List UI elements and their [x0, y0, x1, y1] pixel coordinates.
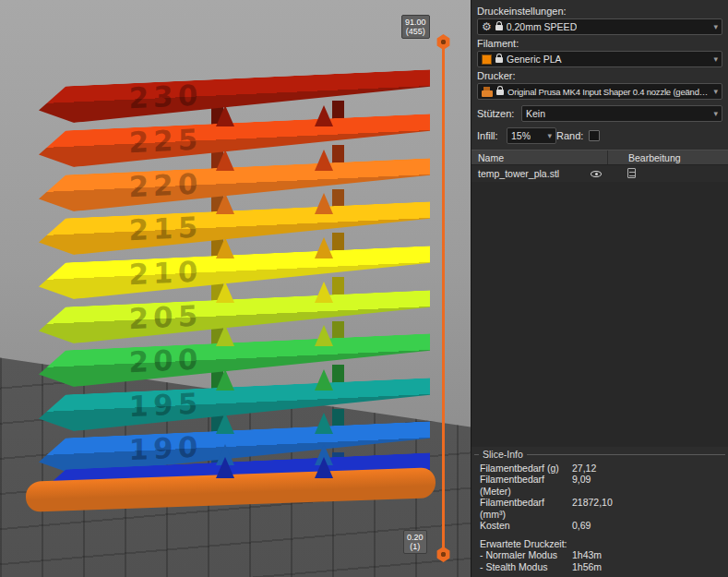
- lower-layer-height: 0.20: [407, 533, 424, 542]
- tier-temperature-label: 190: [129, 433, 203, 465]
- infill-value: 15%: [511, 130, 531, 141]
- tower-cone: [315, 150, 333, 171]
- tier-temperature-label: 205: [129, 302, 203, 334]
- upper-layer-number: (455): [405, 27, 426, 36]
- brim-checkbox[interactable]: [589, 130, 600, 141]
- object-table-header: Name Bearbeitung: [471, 150, 728, 165]
- slice-info-row: - Stealth Modus1h56m: [480, 561, 720, 573]
- filament-label: Filament:: [477, 38, 722, 49]
- chevron-down-icon: ▾: [713, 87, 718, 96]
- name-column-header[interactable]: Name: [471, 152, 607, 163]
- filament-dropdown[interactable]: Generic PLA ▾: [477, 51, 722, 67]
- slice-info-row: Filamentbedarf (g)27,12: [480, 463, 720, 475]
- supports-row: Stützen: Kein ▾: [477, 105, 722, 122]
- chevron-down-icon: ▾: [713, 54, 718, 64]
- tower-cone: [216, 282, 234, 303]
- infill-dropdown[interactable]: 15% ▾: [507, 127, 556, 144]
- slice-info-value: 27,12: [572, 463, 596, 475]
- slice-info-value: 1h56m: [572, 561, 602, 573]
- tier-temperature-label: 210: [129, 258, 203, 290]
- slice-info-time-rows: - Normaler Modus1h43m- Stealth Modus1h56…: [480, 549, 720, 572]
- side-panel: Druckeinstellungen: ⚙ 0.20mm SPEED ▾ Fil…: [471, 0, 728, 577]
- tower-cone: [216, 413, 234, 434]
- supports-value: Kein: [526, 108, 545, 119]
- tower-cone: [315, 325, 333, 346]
- lock-icon: [495, 25, 503, 30]
- tower-cone: [315, 457, 333, 478]
- supports-dropdown[interactable]: Kein ▾: [521, 105, 722, 122]
- slice-info-section: Slice-Info Filamentbedarf (g)27,12Filame…: [474, 454, 725, 577]
- object-table-row[interactable]: temp_tower_pla.stl: [471, 165, 728, 182]
- slice-info-label: Kosten: [480, 520, 572, 532]
- filament-value: Generic PLA: [507, 54, 562, 65]
- tier-temperature-label: 230: [129, 81, 203, 114]
- slice-info-value: 9,09: [572, 474, 591, 497]
- slice-info-row: Filamentbedarf (mm³)21872,10: [480, 497, 720, 520]
- printer-value: Original Prusa MK4 Input Shaper 0.4 nozz…: [507, 87, 710, 97]
- filament-color-swatch: [482, 54, 492, 65]
- slice-info-label: Filamentbedarf (mm³): [480, 497, 572, 520]
- eye-cell[interactable]: [585, 168, 607, 179]
- tier-temperature-label: 215: [129, 213, 203, 246]
- slice-info-label: Filamentbedarf (g): [480, 463, 572, 475]
- tower-cone: [216, 193, 234, 214]
- print-settings-value: 0.20mm SPEED: [507, 21, 577, 32]
- print-time-title: Erwartete Druckzeit:: [480, 538, 720, 550]
- lock-icon: [496, 90, 504, 95]
- slice-info-value: 0,69: [572, 520, 591, 532]
- tower-tier-plate[interactable]: 215: [39, 201, 430, 256]
- chevron-down-icon: ▾: [713, 22, 718, 31]
- 3d-viewport[interactable]: 230225220215210205200195190 91.00 (455) …: [0, 0, 471, 577]
- tier-temperature-label: 220: [129, 170, 203, 202]
- edit-column-header[interactable]: Bearbeitung: [607, 150, 728, 164]
- tower-tier-plate[interactable]: 230: [39, 69, 430, 124]
- tower-cone: [315, 413, 333, 434]
- slice-info-label: Filamentbedarf (Meter): [480, 474, 572, 497]
- slice-info-rows: Filamentbedarf (g)27,12Filamentbedarf (M…: [480, 463, 720, 532]
- layer-slider-track[interactable]: [442, 42, 445, 554]
- tower-cone: [216, 150, 234, 171]
- slicer-window: 230225220215210205200195190 91.00 (455) …: [0, 0, 728, 577]
- tower-tier-plate[interactable]: 210: [39, 246, 430, 300]
- infill-row: Infill: 15% ▾ Rand:: [477, 127, 722, 144]
- print-settings-dropdown[interactable]: ⚙ 0.20mm SPEED ▾: [477, 18, 722, 35]
- print-settings-label: Druckeinstellungen:: [477, 6, 722, 17]
- layer-slider-upper-tooltip: 91.00 (455): [401, 15, 430, 39]
- object-name: temp_tower_pla.stl: [471, 168, 585, 179]
- tower-tier-plate[interactable]: 225: [39, 114, 430, 168]
- tower-cone: [315, 105, 333, 126]
- layer-slider-lower-tooltip: 0.20 (1): [403, 530, 427, 554]
- slice-info-row: Filamentbedarf (Meter)9,09: [480, 474, 720, 497]
- slice-info-label: - Stealth Modus: [480, 561, 572, 573]
- printer-icon: [482, 90, 493, 97]
- slice-info-row: Kosten0,69: [480, 520, 720, 532]
- tier-temperature-label: 195: [129, 390, 203, 422]
- slice-info-title: Slice-Info: [479, 449, 527, 460]
- eye-icon[interactable]: [591, 168, 602, 179]
- upper-layer-height: 91.00: [405, 18, 426, 27]
- lock-icon: [495, 57, 503, 63]
- temp-tower[interactable]: 230225220215210205200195190: [0, 0, 471, 577]
- gear-icon: ⚙: [482, 21, 492, 32]
- edit-cell[interactable]: [607, 168, 728, 180]
- infill-label: Infill:: [477, 130, 507, 141]
- slice-info-row: - Normaler Modus1h43m: [480, 549, 720, 561]
- printer-dropdown[interactable]: Original Prusa MK4 Input Shaper 0.4 nozz…: [477, 83, 722, 100]
- tower-cone: [216, 237, 234, 258]
- chevron-down-icon: ▾: [713, 109, 718, 118]
- tower-cone: [315, 237, 333, 258]
- lower-layer-number: (1): [407, 542, 424, 551]
- tier-temperature-label: 200: [129, 345, 203, 378]
- slice-info-value: 21872,10: [572, 497, 613, 520]
- tower-cone: [315, 193, 333, 214]
- printer-label: Drucker:: [477, 70, 722, 81]
- supports-label: Stützen:: [477, 108, 521, 119]
- tower-cone: [216, 369, 234, 391]
- object-list-area: [471, 182, 728, 447]
- slice-info-label: - Normaler Modus: [480, 549, 572, 561]
- tower-tier-plate[interactable]: 200: [39, 333, 430, 388]
- tower-cone: [216, 457, 234, 478]
- edit-icon[interactable]: [627, 168, 636, 178]
- chevron-down-icon: ▾: [547, 131, 552, 140]
- tower-cone: [216, 325, 234, 346]
